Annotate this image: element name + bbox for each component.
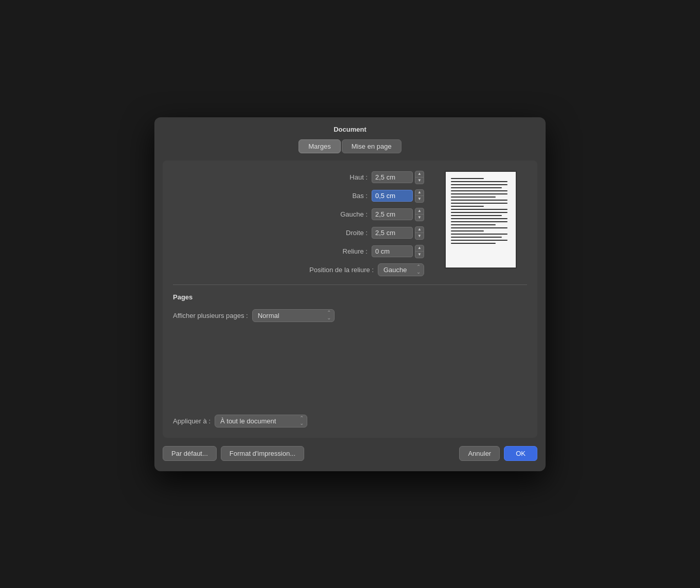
apply-row: Appliquer à : À tout le document À ce po… [173, 415, 527, 427]
dialog-footer: Par défaut... Format d'impression... Ann… [154, 438, 546, 461]
droite-input-wrap: ▲ ▼ [372, 226, 424, 240]
pages-section-title: Pages [173, 293, 527, 301]
section-divider [173, 284, 527, 285]
reliure-stepper-down[interactable]: ▼ [415, 252, 424, 258]
position-label: Position de la reliure : [302, 266, 374, 274]
preview-line [451, 209, 507, 210]
reliure-stepper: ▲ ▼ [415, 245, 424, 258]
haut-stepper: ▲ ▼ [415, 171, 424, 184]
preview-line [451, 190, 507, 191]
gauche-stepper: ▲ ▼ [415, 208, 424, 221]
droite-stepper: ▲ ▼ [415, 226, 424, 240]
preview-line [451, 215, 502, 216]
reliure-input-wrap: ▲ ▼ [372, 245, 424, 258]
page-preview-box [445, 171, 517, 269]
reliure-stepper-up[interactable]: ▲ [415, 245, 424, 252]
preview-line [451, 193, 507, 194]
haut-stepper-down[interactable]: ▼ [415, 177, 424, 184]
annuler-button[interactable]: Annuler [459, 446, 500, 461]
haut-input-wrap: ▲ ▼ [372, 171, 424, 184]
preview-line [451, 212, 507, 213]
content-spacer [173, 322, 527, 415]
preview-line [451, 203, 507, 204]
field-row-reliure: Reliure : ▲ ▼ [173, 245, 424, 258]
preview-line [451, 181, 507, 182]
gauche-stepper-up[interactable]: ▲ [415, 208, 424, 215]
gauche-input[interactable] [372, 208, 413, 220]
preview-line [451, 187, 502, 188]
afficher-label: Afficher plusieurs pages : [173, 312, 248, 319]
preview-line [451, 240, 507, 241]
tab-mise-en-page[interactable]: Mise en page [342, 139, 401, 153]
preview-line [451, 237, 502, 238]
page-preview [434, 171, 527, 276]
preview-line [451, 197, 496, 198]
preview-line [451, 234, 507, 235]
tab-bar: Marges Mise en page [154, 139, 546, 153]
pages-section: Pages Afficher plusieurs pages : Normal … [173, 293, 527, 322]
preview-line [451, 243, 496, 244]
apply-select[interactable]: À tout le document À ce point en avant À… [215, 415, 307, 427]
dialog-title: Document [154, 117, 546, 139]
bas-input-wrap: ▲ ▼ [372, 189, 424, 203]
droite-input[interactable] [372, 227, 413, 239]
top-section: Haut : ▲ ▼ Bas : [173, 171, 527, 276]
bas-stepper-down[interactable]: ▼ [415, 196, 424, 202]
tab-marges[interactable]: Marges [299, 139, 340, 153]
droite-stepper-up[interactable]: ▲ [415, 227, 424, 233]
preview-line [451, 227, 507, 228]
droite-stepper-down[interactable]: ▼ [415, 233, 424, 239]
preview-line [451, 221, 507, 222]
gauche-stepper-down[interactable]: ▼ [415, 215, 424, 221]
bas-input[interactable] [372, 190, 413, 202]
preview-line [451, 230, 484, 231]
preview-line [451, 224, 496, 225]
haut-stepper-up[interactable]: ▲ [415, 171, 424, 177]
reliure-input[interactable] [372, 245, 413, 257]
bas-stepper: ▲ ▼ [415, 189, 424, 203]
reliure-label: Reliure : [295, 247, 367, 255]
field-row-bas: Bas : ▲ ▼ [173, 189, 424, 203]
fields-area: Haut : ▲ ▼ Bas : [173, 171, 424, 276]
apply-label: Appliquer à : [173, 417, 211, 425]
haut-input[interactable] [372, 171, 413, 183]
position-select-wrap: Gauche Droite Haut ⌃⌄ [378, 263, 424, 276]
field-row-haut: Haut : ▲ ▼ [173, 171, 424, 184]
gauche-label: Gauche : [295, 210, 367, 218]
afficher-select-wrap: Normal Deux pages Livre ⌃⌄ [252, 309, 335, 322]
field-row-droite: Droite : ▲ ▼ [173, 226, 424, 240]
haut-label: Haut : [295, 173, 367, 181]
par-defaut-button[interactable]: Par défaut... [163, 446, 217, 461]
field-row-gauche: Gauche : ▲ ▼ [173, 208, 424, 221]
preview-line [451, 200, 507, 201]
field-row-position: Position de la reliure : Gauche Droite H… [173, 263, 424, 276]
pages-row: Afficher plusieurs pages : Normal Deux p… [173, 309, 527, 322]
preview-line [451, 206, 484, 207]
document-dialog: Document Marges Mise en page Haut : ▲ ▼ [154, 117, 546, 471]
bas-label: Bas : [295, 192, 367, 200]
bas-stepper-up[interactable]: ▲ [415, 190, 424, 196]
ok-button[interactable]: OK [504, 446, 537, 461]
preview-line [451, 218, 507, 219]
gauche-input-wrap: ▲ ▼ [372, 208, 424, 221]
dialog-content-panel: Haut : ▲ ▼ Bas : [163, 161, 537, 438]
apply-select-wrap: À tout le document À ce point en avant À… [215, 415, 307, 427]
format-impression-button[interactable]: Format d'impression... [221, 446, 304, 461]
preview-line [451, 184, 507, 185]
afficher-select[interactable]: Normal Deux pages Livre [252, 309, 335, 322]
footer-left: Par défaut... Format d'impression... [163, 446, 304, 461]
footer-right: Annuler OK [459, 446, 537, 461]
position-select[interactable]: Gauche Droite Haut [378, 263, 424, 276]
droite-label: Droite : [295, 229, 367, 237]
preview-line [451, 178, 484, 179]
